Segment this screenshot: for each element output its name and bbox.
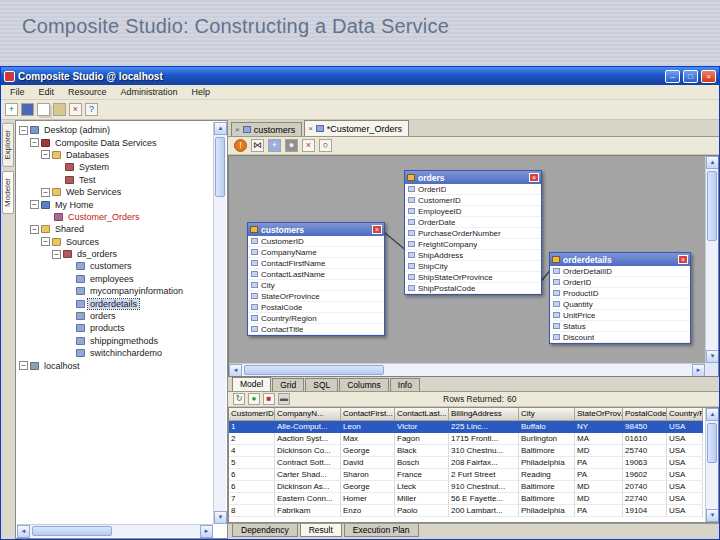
field-row[interactable]: Discount (550, 332, 690, 343)
tree-item-orderdetails[interactable]: orderdetails (17, 297, 213, 309)
field-row[interactable]: UnitPrice (550, 310, 690, 321)
panel-tab-result[interactable]: Result (300, 524, 342, 537)
tree-item-mycompanyinformation[interactable]: mycompanyinformation (17, 285, 213, 297)
tree-item-employees[interactable]: employees (17, 273, 213, 285)
table-row[interactable]: 6Dickinson As...GeorgeLteck910 Chestnut.… (229, 481, 705, 493)
column-header[interactable]: PostalCode (623, 408, 667, 421)
scrollbar-thumb[interactable] (244, 365, 384, 375)
tree-item-my-home[interactable]: −My Home (17, 198, 213, 210)
perspective-tab-modeler[interactable]: Modeler (2, 171, 14, 214)
column-header[interactable]: StateOrProv... (575, 408, 623, 421)
maximize-button[interactable]: □ (683, 70, 698, 83)
copy-icon[interactable] (37, 103, 50, 116)
field-row[interactable]: Quantity (550, 299, 690, 310)
menu-resource[interactable]: Resource (61, 87, 114, 97)
close-entity-icon[interactable]: × (529, 173, 539, 182)
expander-icon[interactable]: − (30, 138, 39, 147)
table-row[interactable]: 7Eastern Conn...HomerMiller56 E Fayette.… (229, 493, 705, 505)
save-icon[interactable] (21, 103, 34, 116)
tree-item-customer-orders[interactable]: Customer_Orders (17, 211, 213, 223)
field-row[interactable]: ShipAddress (405, 250, 541, 261)
scroll-up-button[interactable] (214, 122, 227, 135)
field-row[interactable]: FreightCompany (405, 239, 541, 250)
tree-item-sources[interactable]: −Sources (17, 236, 213, 248)
scroll-left-button[interactable] (229, 364, 242, 377)
minimize-button[interactable]: – (665, 70, 680, 83)
field-row[interactable]: City (248, 280, 384, 291)
field-row[interactable]: ShipStateOrProvince (405, 272, 541, 283)
scroll-down-button[interactable] (214, 511, 227, 524)
scrollbar-thumb[interactable] (707, 423, 717, 463)
expander-icon[interactable]: − (30, 200, 39, 209)
panel-tab-execution-plan[interactable]: Execution Plan (344, 524, 419, 537)
field-row[interactable]: ProductID (550, 288, 690, 299)
column-header[interactable]: Country/Re... (667, 408, 703, 421)
tree-item-shared[interactable]: −Shared (17, 223, 213, 235)
refresh-icon[interactable]: ↻ (233, 393, 245, 405)
canvas-vertical-scrollbar[interactable] (705, 156, 718, 363)
field-row[interactable]: CompanyName (248, 247, 384, 258)
join-icon[interactable]: ⋈ (251, 139, 264, 152)
perspective-tab-explorer[interactable]: Explorer (2, 123, 14, 167)
close-tab-icon[interactable]: × (308, 125, 313, 133)
tree-item-switchinchardemo[interactable]: switchinchardemo (17, 347, 213, 359)
entity-header[interactable]: orders× (405, 171, 541, 184)
field-row[interactable]: CustomerID (405, 195, 541, 206)
tree-item-orders[interactable]: orders (17, 310, 213, 322)
tree-item-desktop-admin[interactable]: −Desktop (admin) (17, 124, 213, 136)
close-entity-icon[interactable]: × (678, 255, 688, 264)
table-row[interactable]: 1Alle-Comput...LeonVictor225 Linc...Buff… (229, 421, 705, 433)
scroll-left-button[interactable] (17, 525, 30, 538)
snapshot-icon[interactable]: ● (285, 139, 298, 152)
field-row[interactable]: StateOrProvince (248, 291, 384, 302)
stop-icon[interactable]: ■ (263, 393, 275, 405)
field-row[interactable]: CustomerID (248, 236, 384, 247)
view-tab-grid[interactable]: Grid (272, 378, 304, 391)
scroll-down-button[interactable] (706, 509, 719, 522)
table-row[interactable]: 8FabrikamEnzoPaolo200 Lambart...Philadel… (229, 505, 705, 517)
field-row[interactable]: OrderID (550, 277, 690, 288)
grid-vertical-scrollbar[interactable] (705, 408, 718, 522)
doc-tab-customer-orders[interactable]: ×*Customer_Orders (304, 120, 409, 136)
field-row[interactable]: OrderID (405, 184, 541, 195)
scrollbar-thumb[interactable] (707, 171, 717, 241)
model-canvas[interactable]: customers×CustomerIDCompanyNameContactFi… (228, 155, 719, 377)
field-row[interactable]: OrderDate (405, 217, 541, 228)
tree-item-web-services[interactable]: −Web Services (17, 186, 213, 198)
tree-item-customers[interactable]: customers (17, 260, 213, 272)
expander-icon[interactable]: − (19, 361, 28, 370)
field-row[interactable]: PostalCode (248, 302, 384, 313)
column-header[interactable]: ContactFirst... (341, 408, 395, 421)
new-resource-icon[interactable]: + (5, 103, 18, 116)
tree-item-system[interactable]: System (17, 161, 213, 173)
tree-item-localhost[interactable]: −localhost (17, 359, 213, 371)
table-row[interactable]: 5Contract Sott...DavidBosch208 Fairfax..… (229, 457, 705, 469)
paste-icon[interactable] (53, 103, 66, 116)
field-row[interactable]: ShipCity (405, 261, 541, 272)
close-tab-icon[interactable]: × (235, 126, 240, 134)
tree-item-ds-orders[interactable]: −ds_orders (17, 248, 213, 260)
field-row[interactable]: ContactLastName (248, 269, 384, 280)
entity-header[interactable]: customers× (248, 223, 384, 236)
field-row[interactable]: ContactTitle (248, 324, 384, 335)
close-button[interactable]: × (701, 70, 716, 83)
menu-edit[interactable]: Edit (32, 87, 62, 97)
column-header[interactable]: CompanyN... (275, 408, 341, 421)
menu-help[interactable]: Help (185, 87, 218, 97)
panel-tab-dependency[interactable]: Dependency (232, 524, 298, 537)
expander-icon[interactable]: − (19, 126, 28, 135)
column-header[interactable]: ContactLast... (395, 408, 449, 421)
column-header[interactable]: CustomerID (229, 408, 275, 421)
scroll-up-button[interactable] (706, 156, 719, 169)
scrollbar-thumb[interactable] (32, 526, 112, 536)
scroll-down-button[interactable] (706, 350, 719, 363)
delete-icon[interactable]: × (69, 103, 82, 116)
entity-orderdetails[interactable]: orderdetails×OrderDetailIDOrderIDProduct… (549, 252, 691, 344)
view-tab-columns[interactable]: Columns (339, 378, 389, 391)
scroll-up-button[interactable] (706, 408, 719, 421)
add-table-icon[interactable]: + (268, 139, 281, 152)
run-icon[interactable]: ● (248, 393, 260, 405)
entity-orders[interactable]: orders×OrderIDCustomerIDEmployeeIDOrderD… (404, 170, 542, 295)
scroll-right-button[interactable] (692, 364, 705, 377)
expander-icon[interactable]: − (41, 237, 50, 246)
